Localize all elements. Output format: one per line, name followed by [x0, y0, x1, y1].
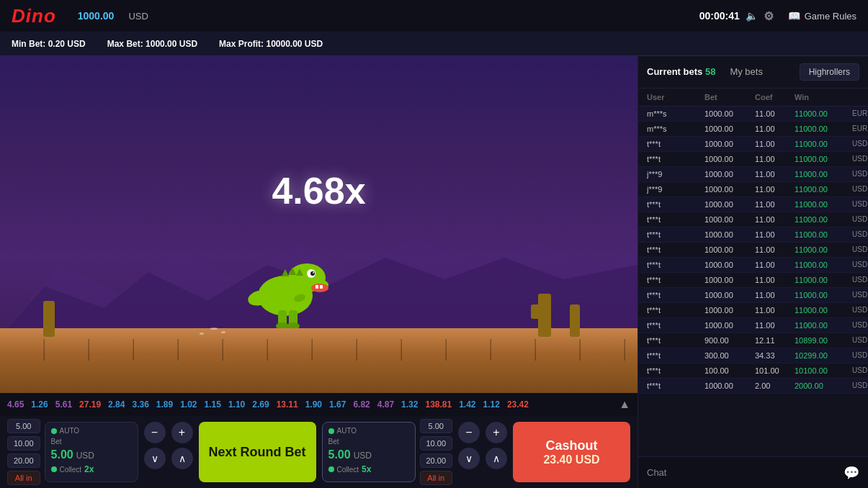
minus-btn-1[interactable]: − — [144, 422, 166, 443]
cell-currency: USD — [852, 381, 868, 390]
history-bar: 4.651.265.6127.192.843.361.891.021.151.1… — [0, 393, 637, 416]
cell-coef: 11.00 — [755, 170, 795, 179]
bet-value-2: 5.00 — [328, 448, 351, 461]
chat-icon[interactable]: 💬 — [844, 465, 859, 481]
current-bets-label: Current bets — [647, 66, 705, 77]
cell-coef: 34.33 — [755, 351, 795, 360]
table-row: t***t 1000.00 11.00 11000.00 USD — [638, 137, 868, 152]
bet-value-row-2: 5.00 USD — [328, 448, 409, 461]
collect-value-1: 2x — [84, 464, 94, 474]
cell-bet: 1000.00 — [704, 321, 755, 330]
cell-coef: 11.00 — [755, 215, 795, 224]
history-item-17: 138.81 — [425, 399, 452, 410]
history-item-7: 1.02 — [180, 399, 197, 410]
cell-bet: 1000.00 — [704, 276, 755, 284]
header: Dino 1000.00 USD 00:00:41 🔈 ⚙ 📖 Game Rul… — [0, 0, 868, 32]
cell-currency: USD — [852, 170, 868, 179]
col-user: User — [647, 93, 704, 101]
history-item-9: 1.10 — [228, 399, 245, 410]
my-bets-tab[interactable]: My bets — [730, 66, 763, 78]
cell-currency: USD — [852, 276, 868, 284]
cell-win: 2000.00 — [795, 381, 852, 390]
table-row: t***t 1000.00 11.00 11000.00 USD — [638, 288, 868, 303]
cell-bet: 1000.00 — [704, 109, 755, 118]
table-row: t***t 1000.00 11.00 11000.00 USD — [638, 227, 868, 243]
cell-user: t***t — [647, 261, 704, 269]
bet-controls: 5.00 10.00 20.00 All in AUTO Bet 5.00 US… — [0, 416, 637, 488]
cell-win: 11000.00 — [795, 261, 852, 269]
cell-win: 11000.00 — [795, 125, 852, 133]
cactus-right-2 — [570, 304, 580, 337]
max-bet-value: 1000.00 USD — [146, 39, 197, 49]
history-scroll-arrow[interactable]: ▲ — [619, 398, 630, 411]
cell-win: 11000.00 — [795, 230, 852, 239]
amount-btn-5[interactable]: 5.00 — [7, 419, 40, 433]
bet-currency-2: USD — [354, 451, 372, 461]
cell-coef: 11.00 — [755, 230, 795, 239]
cell-coef: 2.00 — [755, 381, 795, 390]
game-rules-label: Game Rules — [805, 11, 856, 22]
cell-coef: 12.11 — [755, 336, 795, 345]
svg-point-7 — [310, 271, 315, 276]
cell-currency: USD — [852, 336, 868, 345]
cell-currency: USD — [852, 306, 868, 315]
cell-bet: 1000.00 — [704, 291, 755, 299]
cell-currency: USD — [852, 321, 868, 330]
stepper-row-top-1: − + — [144, 422, 193, 443]
multiplier-display: 4.68x — [272, 169, 365, 212]
cell-bet: 1000.00 — [704, 185, 755, 194]
cell-currency: EUR — [852, 109, 868, 118]
currency-display: USD — [128, 11, 148, 22]
table-row: t***t 1000.00 11.00 11000.00 USD — [638, 212, 868, 227]
amount-btn-allin-r[interactable]: All in — [420, 471, 453, 485]
table-row: t***t 1000.00 11.00 11000.00 USD — [638, 273, 868, 288]
cell-user: t***t — [647, 381, 704, 390]
game-rules-button[interactable]: 📖 Game Rules — [788, 10, 856, 22]
plus-btn-2[interactable]: + — [486, 422, 507, 443]
amount-btn-5-r[interactable]: 5.00 — [420, 419, 453, 433]
sound-icon[interactable]: 🔈 — [746, 10, 758, 22]
cell-currency: USD — [852, 155, 868, 163]
down-btn-2[interactable]: ∨ — [458, 448, 480, 469]
amount-btn-20-r[interactable]: 20.00 — [420, 453, 453, 468]
cell-bet: 1000.00 — [704, 140, 755, 148]
table-row: t***t 1000.00 11.00 11000.00 USD — [638, 258, 868, 273]
plus-btn-1[interactable]: + — [171, 422, 193, 443]
history-item-11: 13.11 — [277, 399, 298, 410]
table-row: t***t 1000.00 11.00 11000.00 USD — [638, 243, 868, 258]
cell-win: 11000.00 — [795, 321, 852, 330]
minus-btn-2[interactable]: − — [458, 422, 480, 443]
cell-coef: 11.00 — [755, 185, 795, 194]
auto-dot-1 — [51, 428, 57, 434]
min-bet-info: Min Bet: 0.20 USD — [12, 39, 86, 49]
cell-bet: 300.00 — [704, 351, 755, 360]
stepper-row-top-2: − + — [458, 422, 507, 443]
cell-win: 11000.00 — [795, 170, 852, 179]
auto-badge-1: AUTO — [51, 427, 132, 435]
history-item-5: 3.36 — [132, 399, 148, 410]
down-btn-1[interactable]: ∨ — [144, 448, 166, 469]
cell-user: t***t — [647, 291, 704, 299]
amount-btn-10[interactable]: 10.00 — [7, 436, 40, 451]
next-round-bet-button[interactable]: Next Round Bet — [199, 422, 316, 482]
auto-label-2: AUTO — [337, 427, 357, 435]
cashout-label: Cashout — [546, 438, 598, 453]
cell-bet: 1000.00 — [704, 170, 755, 179]
cell-currency: USD — [852, 245, 868, 254]
highrollers-button[interactable]: Highrollers — [800, 63, 859, 81]
settings-icon[interactable]: ⚙ — [764, 9, 774, 23]
history-item-3: 27.19 — [79, 399, 101, 410]
current-bets-tab[interactable]: Current bets 58 — [647, 66, 715, 78]
cell-currency: USD — [852, 215, 868, 224]
cell-win: 11000.00 — [795, 185, 852, 194]
amount-btn-20[interactable]: 20.00 — [7, 453, 40, 468]
up-btn-1[interactable]: ∧ — [171, 448, 193, 469]
min-bet-label: Min Bet: — [12, 39, 45, 49]
cashout-button[interactable]: Cashout 23.40 USD — [513, 422, 630, 482]
up-btn-2[interactable]: ∧ — [486, 448, 507, 469]
cell-coef: 11.00 — [755, 109, 795, 118]
cell-user: t***t — [647, 245, 704, 254]
table-row: j***9 1000.00 11.00 11000.00 USD — [638, 182, 868, 197]
amount-btn-allin[interactable]: All in — [7, 471, 40, 485]
amount-btn-10-r[interactable]: 10.00 — [420, 436, 453, 451]
